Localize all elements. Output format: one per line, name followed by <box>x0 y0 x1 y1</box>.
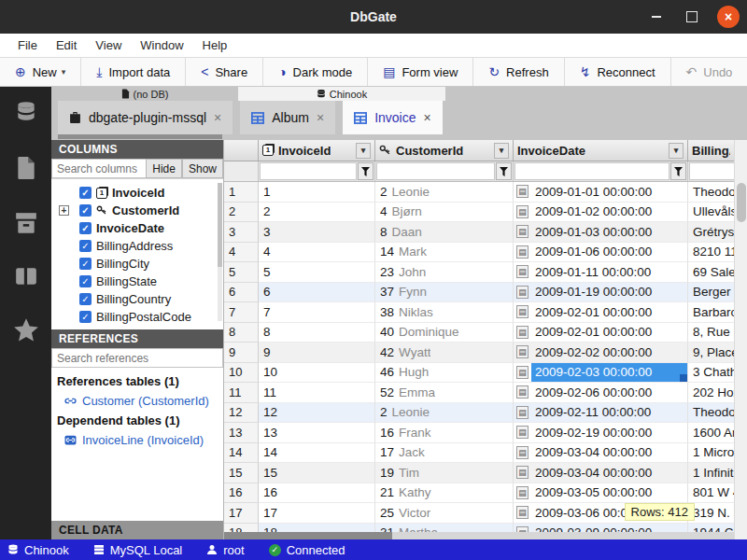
cell-customerid[interactable]: 8Daan <box>375 222 514 243</box>
row-number-cell[interactable]: 9 <box>224 343 259 363</box>
close-icon[interactable]: × <box>214 110 221 125</box>
cell-invoicedate[interactable]: ▤2009-03-04 00:00:00 <box>514 443 688 464</box>
cell-billingaddress[interactable]: 1600 Am <box>688 423 734 443</box>
row-number-cell[interactable]: 16 <box>224 483 259 504</box>
star-icon[interactable] <box>13 318 39 343</box>
cell-invoicedate[interactable]: ▤2009-01-19 00:00:00 <box>514 283 688 303</box>
table-row[interactable]: 101046Hugh▤2009-02-03 00:00:003 Chatha <box>224 363 734 384</box>
checkbox-checked[interactable]: ✓ <box>79 240 92 252</box>
tab-dbgate-plugin-mssql[interactable]: dbgate-plugin-mssql × <box>58 101 233 134</box>
date-editor-icon[interactable]: ▤ <box>516 305 529 318</box>
row-number-cell[interactable]: 2 <box>224 203 259 223</box>
date-editor-icon[interactable]: ▤ <box>516 326 529 339</box>
column-header-invoicedate[interactable]: InvoiceDate ▾ <box>514 140 688 161</box>
row-number-cell[interactable]: 1 <box>224 182 259 203</box>
column-item-billingaddress[interactable]: ✓BillingAddress <box>51 237 223 255</box>
cell-customerid[interactable]: 25Victor <box>375 503 514 524</box>
table-row[interactable]: 9942Wyatt▤2009-02-02 00:00:009, Place <box>224 343 734 363</box>
cell-billingaddress[interactable]: 1 Micros <box>688 443 734 464</box>
table-row[interactable]: 112Leonie▤2009-01-01 00:00:00Theodor- <box>224 182 734 203</box>
cell-invoicedate[interactable]: ▤2009-01-11 00:00:00 <box>514 262 688 283</box>
column-item-billingcity[interactable]: ✓BillingCity <box>51 255 223 273</box>
row-number-cell[interactable]: 15 <box>224 463 259 483</box>
date-editor-icon[interactable]: ▤ <box>516 286 529 299</box>
row-number-cell[interactable]: 6 <box>224 283 259 303</box>
cell-invoicedate-selected[interactable]: ▤2009-02-03 00:00:00 <box>514 363 688 384</box>
cell-invoiceid[interactable]: 13 <box>259 423 375 443</box>
table-row[interactable]: 7738Niklas▤2009-02-01 00:00:00Barbaros <box>224 302 734 323</box>
column-header-invoiceid[interactable]: 1 InvoiceId ▾ <box>259 140 375 161</box>
table-row[interactable]: 12122Leonie▤2009-02-11 00:00:00Theodor- <box>224 403 734 424</box>
table-row[interactable]: 338Daan▤2009-01-03 00:00:00Grétryst <box>224 222 734 243</box>
share-button[interactable]: <Share <box>186 58 263 86</box>
tab-scrollbar-thumb[interactable] <box>58 134 222 139</box>
row-number-cell[interactable]: 11 <box>224 383 259 403</box>
statusbar-root[interactable]: root <box>206 543 244 557</box>
date-editor-icon[interactable]: ▤ <box>516 385 529 399</box>
cell-customerid[interactable]: 52Emma <box>375 383 514 403</box>
date-editor-icon[interactable]: ▤ <box>516 366 529 379</box>
table-row[interactable]: 6637Fynn▤2009-01-19 00:00:00Berger S <box>224 283 734 303</box>
cell-invoicedate[interactable]: ▤2009-03-04 00:00:00 <box>514 463 688 483</box>
cell-billingaddress[interactable]: Theodor- <box>688 182 734 203</box>
cell-invoicedate[interactable]: ▤2009-01-06 00:00:00 <box>514 243 688 263</box>
columns-panel-header[interactable]: COLUMNS <box>51 140 223 159</box>
minimize-button[interactable] <box>646 7 667 27</box>
cell-invoiceid[interactable]: 2 <box>259 203 375 223</box>
date-editor-icon[interactable]: ▤ <box>516 225 529 238</box>
table-row[interactable]: 111152Emma▤2009-02-06 00:00:00202 Hox <box>224 383 734 403</box>
cell-invoiceid[interactable]: 1 <box>259 182 375 203</box>
filter-input[interactable] <box>689 162 734 180</box>
cell-invoicedate[interactable]: ▤2009-03-05 00:00:00 <box>514 483 688 504</box>
column-item-invoiceid[interactable]: ✓1InvoiceId <box>51 184 223 202</box>
cell-customerid[interactable]: 21Kathy <box>375 483 514 504</box>
cell-invoicedate[interactable]: ▤2009-02-01 00:00:00 <box>514 323 688 343</box>
cell-billingaddress[interactable]: 202 Hox <box>688 383 734 403</box>
date-editor-icon[interactable]: ▤ <box>516 345 529 358</box>
cell-customerid[interactable]: 2Leonie <box>375 403 514 424</box>
statusbar-mysql-local[interactable]: MySQL Local <box>93 543 183 557</box>
chevron-down-icon[interactable]: ▾ <box>356 143 371 159</box>
column-item-billingstate[interactable]: ✓BillingState <box>51 273 223 290</box>
cell-invoicedate[interactable]: ▤2009-02-19 00:00:00 <box>514 423 688 443</box>
row-number-cell[interactable]: 13 <box>224 423 259 443</box>
cell-billingaddress[interactable]: 8, Rue H <box>688 323 734 343</box>
tab-group-chinook[interactable]: Chinook <box>238 87 445 101</box>
close-icon[interactable]: × <box>317 110 324 125</box>
cell-billingaddress[interactable]: Ullevåls <box>688 203 734 223</box>
show-button[interactable]: Show <box>182 159 223 178</box>
reference-link-customer-customerid[interactable]: Customer (CustomerId) <box>51 391 223 411</box>
cell-customerid[interactable]: 14Mark <box>375 243 514 263</box>
dark-mode-button[interactable]: ◑Dark mode <box>263 58 368 86</box>
row-number-cell[interactable]: 14 <box>224 443 259 464</box>
cell-invoicedate[interactable]: ▤2009-01-03 00:00:00 <box>514 222 688 243</box>
cell-invoiceid[interactable]: 3 <box>259 222 375 243</box>
tab-invoice[interactable]: Invoice × <box>343 101 443 134</box>
cell-invoiceid[interactable]: 15 <box>259 463 375 483</box>
date-editor-icon[interactable]: ▤ <box>516 446 529 459</box>
checkbox-checked[interactable]: ✓ <box>79 222 92 234</box>
cell-invoiceid[interactable]: 8 <box>259 323 375 343</box>
columns-scrollbar[interactable] <box>218 183 222 321</box>
cell-invoicedate[interactable]: ▤2009-01-01 00:00:00 <box>514 182 688 203</box>
cell-billingaddress[interactable]: 801 W 4 <box>688 483 734 504</box>
cell-billingaddress[interactable]: Barbaros <box>688 302 734 323</box>
menu-file[interactable]: File <box>9 35 46 55</box>
cell-customerid[interactable]: 2Leonie <box>375 182 514 203</box>
file-icon[interactable] <box>15 156 37 180</box>
cell-customerid[interactable]: 38Niklas <box>375 302 514 323</box>
column-item-billingcountry[interactable]: ✓BillingCountry <box>51 290 223 308</box>
close-button[interactable]: × <box>717 6 740 28</box>
filter-funnel-icon[interactable] <box>358 162 374 180</box>
cell-invoicedate[interactable]: ▤2009-02-02 00:00:00 <box>514 343 688 363</box>
checkbox-checked[interactable]: ✓ <box>79 275 92 287</box>
tab-group-nodb[interactable]: (no DB) <box>51 87 238 101</box>
cell-invoiceid[interactable]: 5 <box>259 262 375 283</box>
column-header-customerid[interactable]: CustomerId ▾ <box>375 140 514 161</box>
import-data-button[interactable]: ⤓Import data <box>81 58 186 86</box>
expand-icon[interactable]: + <box>59 205 69 216</box>
cell-billingaddress[interactable]: 319 N. F <box>688 503 734 524</box>
table-row[interactable]: 131316Frank▤2009-02-19 00:00:001600 Am <box>224 423 734 443</box>
reference-link-invoiceline-invoiceid[interactable]: InvoiceLine (InvoiceId) <box>51 430 223 450</box>
cell-billingaddress[interactable]: Berger S <box>688 283 734 303</box>
